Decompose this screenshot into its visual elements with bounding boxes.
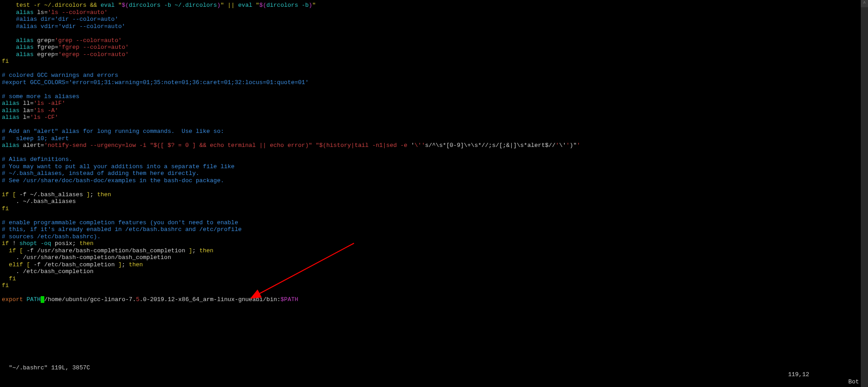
code-line: alias egrep='egrep --color=auto' [2, 51, 859, 58]
code-line: # colored GCC warnings and errors [2, 72, 859, 79]
code-line: #alias dir='dir --color=auto' [2, 16, 859, 23]
scrollbar[interactable]: ^ [861, 0, 868, 387]
code-token: fi [2, 58, 9, 65]
code-token: -f ~/.bash_aliases [16, 191, 86, 198]
code-line: # Alias definitions. [2, 156, 859, 163]
code-line [2, 65, 859, 72]
code-token: 'ls --color=auto' [47, 9, 108, 16]
code-token: # Alias definitions. [2, 156, 72, 163]
code-line: alias fgrep='fgrep --color=auto' [2, 44, 859, 51]
code-token: 'grep --color=auto' [55, 37, 122, 44]
terminal-viewport[interactable]: test -r ~/.dircolors && eval "$(dircolor… [0, 0, 861, 387]
code-token: . ~/.bash_aliases [16, 198, 76, 205]
code-line: alias ll='ls -alF' [2, 100, 859, 107]
code-token: " [312, 2, 316, 9]
code-line: # ~/.bash_aliases, instead of adding the… [2, 170, 859, 177]
code-token: .0-2019.12-x86_64_arm-linux-gnueabi/bin: [140, 296, 281, 303]
code-token: alias [16, 44, 33, 51]
code-token: alias [16, 51, 33, 58]
code-token: . /etc/bash_completion [16, 268, 94, 275]
code-line [2, 30, 859, 37]
vim-status-line: "~/.bashrc" 119L, 3857C 119,12 Bot [2, 357, 859, 385]
code-token: 'ls -alF' [33, 100, 65, 107]
code-token: test -r ~/.dircolors && [16, 2, 100, 9]
code-token: # this, if it's already enabled in /etc/… [2, 226, 242, 233]
code-token: fgrep= [33, 44, 58, 51]
code-token: /home/ubuntu/gcc-linaro-7. [44, 296, 136, 303]
scroll-up-arrow-icon[interactable]: ^ [861, 0, 868, 7]
code-token: if [9, 247, 16, 254]
code-token: \'' [415, 142, 425, 149]
code-token: ' [566, 142, 570, 149]
code-line: # See /usr/share/doc/bash-doc/examples i… [2, 177, 859, 184]
code-line: alias ls='ls --color=auto' [2, 9, 859, 16]
code-token: la= [19, 107, 33, 114]
code-token: # You may want to put all your additions… [2, 163, 235, 170]
code-token: # colored GCC warnings and errors [2, 72, 118, 79]
code-token: || [224, 2, 238, 9]
code-line: alias grep='grep --color=auto' [2, 37, 859, 44]
code-token: 'ls -A' [33, 107, 58, 114]
code-line: # some more ls aliases [2, 93, 859, 100]
code-token: #alias vdir='vdir --color=auto' [16, 23, 125, 30]
code-token: ; [122, 261, 129, 268]
code-token: -f /usr/share/bash-completion/bash_compl… [23, 247, 189, 254]
status-file: "~/.bashrc" 119L, 3857C [9, 364, 90, 371]
code-token: s/^\s*[0-9]\+\s*//;s/[;&|]\s*alert$// [425, 142, 556, 149]
code-line: # You may want to put all your additions… [2, 163, 859, 170]
code-token: alias [2, 107, 19, 114]
code-token [23, 296, 27, 303]
code-token: ' [556, 142, 559, 149]
code-line: alias alert='notify-send --urgency=low -… [2, 142, 859, 149]
code-token: ls= [33, 9, 47, 16]
code-token: shopt -oq [19, 240, 51, 247]
code-token: # ~/.bash_aliases, instead of adding the… [2, 170, 199, 177]
vim-cursor [41, 296, 44, 303]
code-token: 'fgrep --color=auto' [58, 44, 129, 51]
code-token: fi [9, 275, 16, 282]
code-token: # sleep 10; alert [2, 135, 69, 142]
code-token: $PATH [281, 296, 298, 303]
code-token: then [199, 247, 213, 254]
code-token: fi [2, 205, 9, 212]
code-token: #export GCC_COLORS='error=01;31:warning=… [2, 79, 309, 86]
status-scroll-pos: Bot [849, 378, 859, 386]
code-token: then [80, 240, 94, 247]
code-token: l= [19, 114, 30, 121]
code-token: )" [570, 142, 577, 149]
code-line: fi [2, 205, 859, 212]
code-token: ) [309, 2, 312, 9]
code-token: ; [90, 191, 97, 198]
code-token: $( [259, 2, 267, 9]
code-line: fi [2, 275, 859, 283]
code-token: $( [122, 2, 129, 9]
code-token: ' [411, 142, 415, 149]
code-token: eval [238, 2, 252, 9]
code-line [2, 149, 859, 156]
code-line [2, 289, 859, 297]
code-token: alias [2, 100, 19, 107]
code-line: elif [ -f /etc/bash_completion ]; then [2, 261, 859, 269]
code-token: # some more ls aliases [2, 93, 80, 100]
code-token: ; [192, 247, 199, 254]
code-line: test -r ~/.dircolors && eval "$(dircolor… [2, 2, 859, 9]
code-token: ' [577, 142, 580, 149]
code-line: #alias vdir='vdir --color=auto' [2, 23, 859, 30]
code-line: # sources /etc/bash.bashrc). [2, 233, 859, 241]
code-line: . /etc/bash_completion [2, 268, 859, 275]
code-token: \' [559, 142, 566, 149]
code-token: " [221, 2, 224, 9]
code-token [23, 261, 27, 268]
code-line [2, 212, 859, 219]
code-token: eval [100, 2, 114, 9]
code-token: alias [2, 142, 19, 149]
code-line: # this, if it's already enabled in /etc/… [2, 226, 859, 233]
code-token: ) [217, 2, 221, 9]
code-token: posix; [51, 240, 79, 247]
code-token: dircolors -b [266, 2, 309, 9]
code-line: if [ -f /usr/share/bash-completion/bash_… [2, 247, 859, 255]
code-token: grep= [33, 37, 55, 44]
code-line: # sleep 10; alert [2, 135, 859, 142]
code-token: # Add an "alert" alias for long running … [2, 128, 224, 135]
code-token: ] [86, 191, 90, 198]
